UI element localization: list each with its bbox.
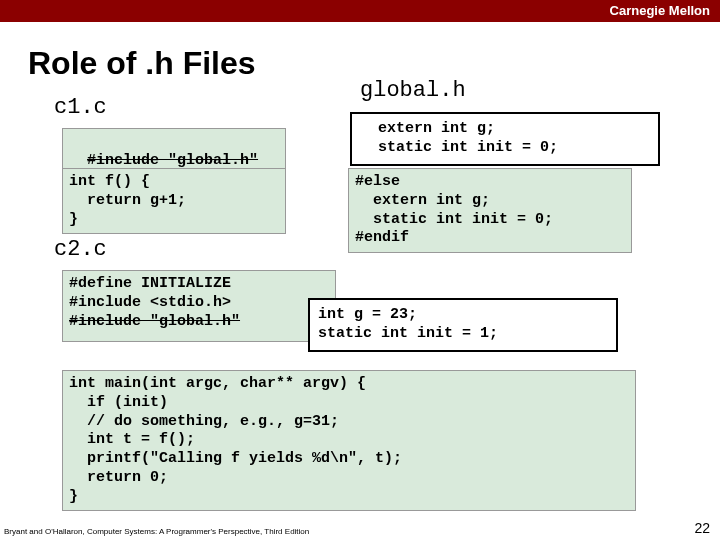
c2-head-text: #define INITIALIZE #include <stdio.h> [69, 275, 231, 311]
code-c2-main: int main(int argc, char** argv) { if (in… [62, 370, 636, 511]
label-global: global.h [360, 78, 466, 103]
c1-include-text: #include "global.h" [87, 152, 258, 169]
footer-text: Bryant and O'Hallaron, Computer Systems:… [4, 527, 309, 536]
code-c2-overlay: int g = 23; static int init = 1; [308, 298, 618, 352]
code-global-top: extern int g; static int init = 0; [350, 112, 660, 166]
code-global-rest: #else extern int g; static int init = 0;… [348, 168, 632, 253]
label-c2: c2.c [54, 237, 107, 262]
slide-title: Role of .h Files [28, 45, 256, 82]
page-number: 22 [694, 520, 710, 536]
brand-text: Carnegie Mellon [610, 3, 710, 18]
brand-bar: Carnegie Mellon [0, 0, 720, 22]
label-c1: c1.c [54, 95, 107, 120]
code-c1-body: int f() { return g+1; } [62, 168, 286, 234]
code-c2-head: #define INITIALIZE #include <stdio.h> #i… [62, 270, 336, 342]
c2-include-text: #include "global.h" [69, 313, 240, 330]
